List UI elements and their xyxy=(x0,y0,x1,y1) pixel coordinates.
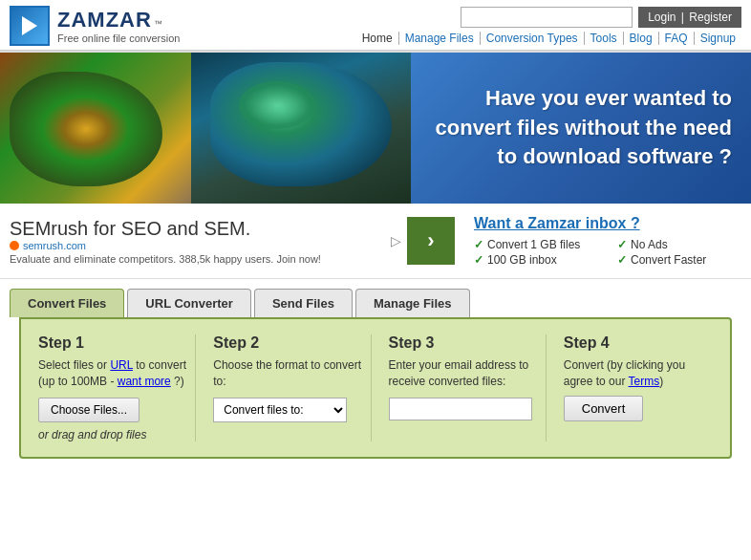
promo-item-2: ✓ No Ads xyxy=(617,238,741,251)
step2-desc: Choose the format to convert to: xyxy=(213,357,362,390)
email-input[interactable] xyxy=(389,398,532,420)
logo-text: ZAMZAR ™ Free online file conversion xyxy=(57,8,180,44)
nav-manage-files[interactable]: Manage Files xyxy=(399,32,481,45)
step1-title: Step 1 xyxy=(38,334,187,352)
ad-desc: Evaluate and eliminate competitors. 388,… xyxy=(10,253,368,265)
header-right: Login | Register Home Manage Files Conve… xyxy=(356,7,741,45)
step4: Step 4 Convert (by clicking you agree to… xyxy=(556,334,720,442)
nav-faq[interactable]: FAQ xyxy=(659,32,695,45)
nav-blog[interactable]: Blog xyxy=(624,32,659,45)
tabs-section: Convert Files URL Converter Send Files M… xyxy=(0,279,751,459)
promo-items: ✓ Convert 1 GB files ✓ No Ads ✓ 100 GB i… xyxy=(474,238,741,267)
promo-item-1: ✓ Convert 1 GB files xyxy=(474,238,598,251)
tab-manage-files[interactable]: Manage Files xyxy=(355,289,470,317)
step1: Step 1 Select files or URL to convert(up… xyxy=(31,334,196,442)
banner: Have you ever wanted to convert files wi… xyxy=(0,51,751,204)
promo-item-4: ✓ Convert Faster xyxy=(617,253,741,267)
header: ZAMZAR ™ Free online file conversion Log… xyxy=(0,0,751,51)
search-input[interactable] xyxy=(461,7,633,28)
nav-conversion-types[interactable]: Conversion Types xyxy=(481,32,585,45)
ad-left: SEMrush for SEO and SEM. semrush.com Eva… xyxy=(10,218,368,265)
tab-url-converter[interactable]: URL Converter xyxy=(127,289,251,317)
drag-drop-label: or drag and drop files xyxy=(38,428,187,442)
tab-send-files[interactable]: Send Files xyxy=(254,289,353,317)
nav-home[interactable]: Home xyxy=(356,32,399,45)
ad-url: semrush.com xyxy=(10,240,368,251)
logo-arrow-icon xyxy=(22,16,37,35)
chameleon2-image xyxy=(191,53,411,204)
ad-title: SEMrush for SEO and SEM. xyxy=(10,218,368,240)
nav-signup[interactable]: Signup xyxy=(695,32,741,45)
tabs: Convert Files URL Converter Send Files M… xyxy=(10,289,741,317)
login-button[interactable]: Login | Register xyxy=(638,7,741,28)
logo-icon xyxy=(10,6,50,46)
promo-title[interactable]: Want a Zamzar inbox ? xyxy=(474,215,741,232)
chameleon1-image xyxy=(0,53,191,204)
step2: Step 2 Choose the format to convert to: … xyxy=(205,334,371,442)
banner-images xyxy=(0,53,411,204)
tab-convert-files[interactable]: Convert Files xyxy=(10,289,124,317)
ad-flag-icon: ▷ xyxy=(391,233,401,248)
step4-desc: Convert (by clicking you agree to our Te… xyxy=(564,357,713,390)
steps-container: Step 1 Select files or URL to convert(up… xyxy=(19,317,732,459)
step2-title: Step 2 xyxy=(213,334,362,352)
step3: Step 3 Enter your email address to recei… xyxy=(381,334,547,442)
step1-desc: Select files or URL to convert(up to 100… xyxy=(38,357,187,390)
ad-section: SEMrush for SEO and SEM. semrush.com Eva… xyxy=(0,204,751,279)
ad-circle-icon xyxy=(10,241,19,250)
logo-tagline: Free online file conversion xyxy=(57,32,180,44)
logo-tm: ™ xyxy=(154,19,162,29)
logo-area: ZAMZAR ™ Free online file conversion xyxy=(10,6,180,46)
convert-format-select[interactable]: Convert files to: xyxy=(213,398,347,422)
ad-cta-button[interactable]: › xyxy=(407,217,455,265)
nav-bar: Home Manage Files Conversion Types Tools… xyxy=(356,32,741,45)
choose-files-button[interactable]: Choose Files... xyxy=(38,398,139,422)
nav-tools[interactable]: Tools xyxy=(585,32,624,45)
want-more-link[interactable]: want more xyxy=(118,375,171,388)
step3-title: Step 3 xyxy=(389,334,538,352)
promo-item-3: ✓ 100 GB inbox xyxy=(474,253,598,267)
convert-button[interactable]: Convert xyxy=(564,396,644,421)
banner-headline: Have you ever wanted to convert files wi… xyxy=(430,84,732,172)
terms-link[interactable]: Terms xyxy=(629,375,660,388)
search-login-area: Login | Register xyxy=(461,7,741,28)
step1-url-link[interactable]: URL xyxy=(110,358,133,372)
zamzar-promo: Want a Zamzar inbox ? ✓ Convert 1 GB fil… xyxy=(474,215,741,267)
logo-name: ZAMZAR xyxy=(57,8,152,32)
step3-desc: Enter your email address to receive conv… xyxy=(389,357,538,390)
banner-text: Have you ever wanted to convert files wi… xyxy=(411,53,751,204)
step4-title: Step 4 xyxy=(564,334,713,352)
